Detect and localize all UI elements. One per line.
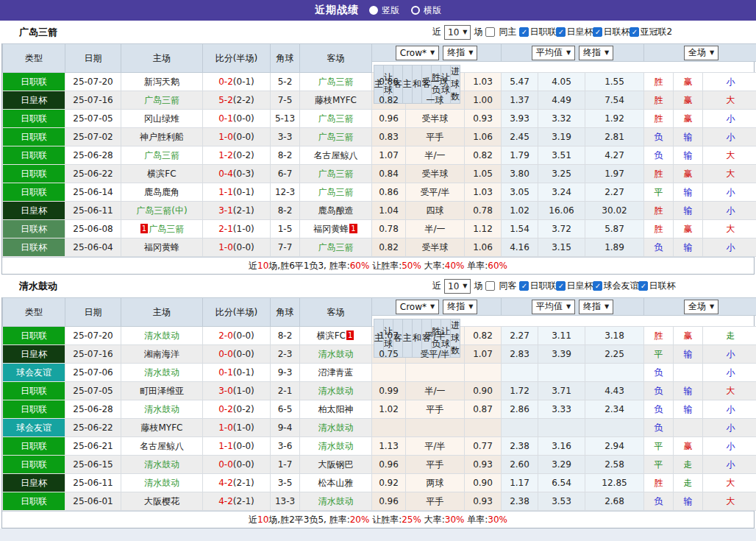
fulltime-score: 0-2 <box>218 77 233 87</box>
away-team-name: 柏太阳神 <box>318 404 354 414</box>
handicap-result-cell: 输 <box>674 202 703 220</box>
avg-draw-cell: 3.15 <box>538 238 585 257</box>
league-filter[interactable]: ✓日联杯 <box>593 26 630 38</box>
final-odds-select-2[interactable]: 终指▼ <box>579 300 613 314</box>
avg-away-cell: 1.92 <box>585 110 644 128</box>
type-cell: 日职联 <box>3 146 65 165</box>
corner-cell: 1-5 <box>271 220 300 238</box>
away-team-name: 松本山雅 <box>318 478 354 488</box>
odds-home-cell: 1.02 <box>372 400 406 419</box>
final-odds-select-2[interactable]: 终指▼ <box>579 46 613 60</box>
away-team-cell: 清水鼓动 <box>300 492 372 511</box>
final-odds-select[interactable]: 终指▼ <box>443 46 477 60</box>
scope-select[interactable]: 全场▼ <box>684 300 718 314</box>
avg-away-cell: 1.55 <box>585 73 644 91</box>
home-team-cell: 广岛三箭 <box>121 91 203 110</box>
same-venue-checkbox[interactable]: ✓ <box>485 27 495 37</box>
home-team-cell: 清水鼓动 <box>121 474 203 492</box>
score-cell: 5-2(2-2) <box>203 91 271 110</box>
chevron-down-icon: ▼ <box>468 303 473 310</box>
halftime-score: (0-0) <box>233 242 254 252</box>
avg-home-cell: 1.79 <box>502 146 538 165</box>
avg-home-cell: 2.38 <box>502 437 538 456</box>
avg-draw-cell: 16.06 <box>538 202 585 220</box>
odds-away-cell: 0.82 <box>465 327 502 345</box>
corner-cell: 9-3 <box>271 364 300 382</box>
home-team-cell: 大阪樱花 <box>121 492 203 511</box>
corner-cell: 6-5 <box>271 400 300 419</box>
summary-segment: 10 <box>257 515 268 525</box>
col-date: 日期 <box>65 298 121 327</box>
bookmaker-select[interactable]: Crow*▼ <box>396 46 439 60</box>
odds-home-cell: 0.96 <box>372 456 406 474</box>
score-cell: 3-1(2-1) <box>203 202 271 220</box>
home-team-cell: 1广岛三箭 <box>121 220 203 238</box>
section-header: 广岛三箭 近 10 ▼ 场 ✓ 同主 ✓日职联✓日皇杯✓日联杯✓亚冠联2 <box>0 21 756 43</box>
score-cell: 0-0(0-0) <box>203 345 271 364</box>
match-count-select[interactable]: 10 ▼ <box>444 279 471 294</box>
fulltime-score: 5-2 <box>218 95 233 105</box>
scope-select[interactable]: 全场▼ <box>684 46 718 60</box>
avg-home-cell: 2.86 <box>502 400 538 419</box>
away-team-name: 沼津青蓝 <box>318 367 354 378</box>
average-select[interactable]: 平均值▼ <box>532 300 575 314</box>
date-cell: 25-06-22 <box>65 165 121 183</box>
home-team-cell: 湘南海洋 <box>121 345 203 364</box>
home-team-cell: 广岛三箭 <box>121 146 203 165</box>
odds-home-cell: 0.96 <box>372 492 406 511</box>
final-odds-select[interactable]: 终指▼ <box>443 300 477 314</box>
score-cell: 0-2(0-1) <box>203 73 271 91</box>
checkbox-checked-icon: ✓ <box>519 27 529 37</box>
score-cell: 1-2(0-2) <box>203 146 271 165</box>
avg-home-cell: 5.47 <box>502 73 538 91</box>
match-count-select[interactable]: 10 ▼ <box>444 25 471 40</box>
home-team-cell: 横滨FC <box>121 165 203 183</box>
summary-segment: 60% <box>350 261 370 271</box>
away-team-name: 清水鼓动 <box>318 386 354 396</box>
col-score: 比分(半场) <box>203 298 271 327</box>
league-filter[interactable]: ✓日皇杯 <box>556 280 593 292</box>
league-filter[interactable]: ✓日联杯 <box>638 280 675 292</box>
checkbox-checked-icon: ✓ <box>630 27 639 37</box>
odds-handicap-cell <box>406 364 465 382</box>
avg-draw-cell: 4.05 <box>538 73 585 91</box>
avg-home-cell <box>502 419 538 437</box>
league-filter[interactable]: ✓日职联 <box>519 280 556 292</box>
summary-segment: 近 <box>249 515 257 525</box>
summary-segment: 60% <box>488 261 507 271</box>
league-filter-label: 日职联 <box>529 280 556 292</box>
chevron-down-icon: ▼ <box>566 303 571 310</box>
radio-vertical[interactable]: 竖版 <box>369 4 399 17</box>
average-select[interactable]: 平均值▼ <box>532 46 575 60</box>
fulltime-score: 1-0 <box>218 242 233 252</box>
odds-home-cell: 1.13 <box>372 437 406 456</box>
odds-away-cell: 1.00 <box>465 91 502 110</box>
col-home: 主场 <box>121 44 203 73</box>
avg-home-cell: 1.17 <box>502 474 538 492</box>
col-away: 客场 <box>300 44 372 73</box>
results-table: 类型 日期 主场 比分(半场) 角球 客场 Crow*▼ 终指▼ 平均值▼ 终指… <box>2 297 756 511</box>
league-filter[interactable]: ✓日皇杯 <box>556 26 593 38</box>
league-filter[interactable]: ✓亚冠联2 <box>630 26 672 38</box>
handicap-result-cell: 走 <box>674 474 703 492</box>
avg-away-cell: 3.18 <box>585 327 644 345</box>
same-venue-checkbox[interactable]: ✓ <box>485 281 495 291</box>
handicap-result-cell: 输 <box>674 128 703 146</box>
goals-result-cell: 小 <box>703 456 756 474</box>
league-filter[interactable]: ✓日职联 <box>519 26 556 38</box>
type-cell: 日职联 <box>3 456 65 474</box>
date-cell: 25-07-20 <box>65 73 121 91</box>
home-team-cell: 广岛三箭(中) <box>121 202 203 220</box>
score-cell: 0-2(0-2) <box>203 400 271 419</box>
checkbox-checked-icon: ✓ <box>519 281 529 291</box>
results-table-box: 类型 日期 主场 比分(半场) 角球 客场 Crow*▼ 终指▼ 平均值▼ 终指… <box>1 43 755 275</box>
chevron-down-icon: ▼ <box>430 49 435 56</box>
league-filter[interactable]: ✓球会友谊 <box>593 280 638 292</box>
rank-badge: 1 <box>349 224 357 233</box>
odds-handicap-cell: 受半球 <box>406 165 465 183</box>
goals-result-cell: 小 <box>703 364 756 382</box>
bookmaker-select[interactable]: Crow*▼ <box>396 300 439 314</box>
radio-horizontal[interactable]: 横版 <box>411 4 441 17</box>
avg-away-cell <box>585 419 644 437</box>
corner-cell: 12-3 <box>271 183 300 202</box>
